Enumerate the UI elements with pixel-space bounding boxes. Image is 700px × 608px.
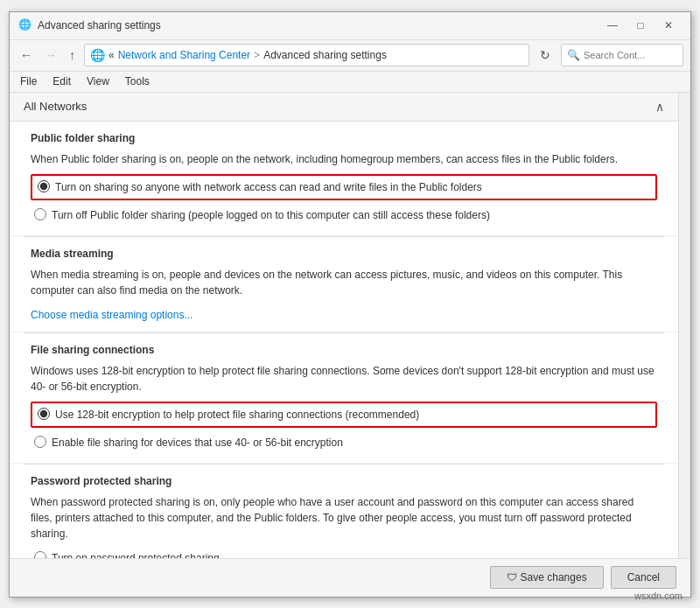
footer-bar: 🛡 Save changes Cancel: [10, 558, 690, 597]
file-sharing-title: File sharing connections: [31, 344, 657, 356]
menu-view[interactable]: View: [83, 74, 113, 88]
back-button[interactable]: ←: [17, 46, 36, 64]
minimize-button[interactable]: —: [599, 17, 626, 34]
all-networks-header: All Networks ∧: [10, 93, 678, 122]
title-controls: — □ ✕: [599, 17, 682, 34]
encrypt-4056-label: Enable file sharing for devices that use…: [52, 435, 343, 451]
title-bar-left: 🌐 Advanced sharing settings: [18, 18, 161, 32]
address-icon: 🌐: [90, 48, 105, 62]
cancel-button[interactable]: Cancel: [611, 566, 676, 589]
menu-bar: File Edit View Tools: [10, 72, 690, 93]
password-sharing-title: Password protected sharing: [31, 475, 657, 487]
public-folder-title: Public folder sharing: [31, 132, 657, 144]
password-on-label: Turn on password protected sharing: [52, 550, 220, 558]
forward-button[interactable]: →: [41, 46, 60, 64]
watermark: wsxdn.com: [634, 591, 682, 601]
public-off-option: Turn off Public folder sharing (people l…: [31, 206, 657, 225]
public-folder-desc: When Public folder sharing is on, people…: [31, 151, 657, 167]
search-input[interactable]: [584, 50, 677, 60]
address-part-2: Advanced sharing settings: [263, 49, 387, 61]
password-on-radio[interactable]: [34, 551, 46, 558]
encrypt-128-option: Use 128-bit encryption to help protect f…: [31, 402, 657, 428]
encrypt-4056-radio[interactable]: [34, 436, 46, 448]
save-label: Save changes: [521, 571, 587, 584]
menu-file[interactable]: File: [17, 74, 40, 88]
file-sharing-desc: Windows uses 128-bit encryption to help …: [31, 363, 657, 395]
public-on-radio[interactable]: [38, 180, 50, 192]
all-networks-title: All Networks: [24, 100, 655, 113]
media-streaming-title: Media streaming: [31, 248, 657, 260]
search-bar[interactable]: 🔍: [561, 44, 683, 66]
close-button[interactable]: ✕: [655, 17, 682, 34]
password-sharing-group: Password protected sharing When password…: [10, 465, 678, 558]
nav-bar: ← → ↑ 🌐 « Network and Sharing Center > A…: [10, 40, 690, 72]
media-streaming-group: Media streaming When media streaming is …: [10, 237, 678, 332]
content-area: All Networks ∧ Public folder sharing Whe…: [10, 93, 690, 558]
public-on-label: Turn on sharing so anyone with network a…: [55, 179, 482, 195]
search-icon: 🔍: [567, 49, 580, 61]
menu-edit[interactable]: Edit: [49, 74, 74, 88]
save-button[interactable]: 🛡 Save changes: [490, 566, 604, 589]
media-streaming-link[interactable]: Choose media streaming options...: [31, 309, 192, 321]
file-sharing-group: File sharing connections Windows uses 12…: [10, 333, 678, 464]
breadcrumb-separator: >: [254, 49, 260, 61]
password-sharing-desc: When password protected sharing is on, o…: [31, 494, 657, 542]
password-on-option: Turn on password protected sharing: [31, 549, 657, 558]
encrypt-4056-option: Enable file sharing for devices that use…: [31, 433, 657, 452]
address-separator: «: [108, 49, 115, 61]
window-icon: 🌐: [18, 18, 32, 32]
encrypt-128-label: Use 128-bit encryption to help protect f…: [55, 407, 419, 423]
main-window: 🌐 Advanced sharing settings — □ ✕ ← → ↑ …: [9, 11, 691, 598]
media-streaming-desc: When media streaming is on, people and d…: [31, 267, 657, 298]
window-title: Advanced sharing settings: [38, 19, 161, 31]
shield-icon: 🛡: [507, 571, 517, 584]
title-bar: 🌐 Advanced sharing settings — □ ✕: [10, 12, 690, 40]
all-networks-chevron[interactable]: ∧: [655, 100, 664, 114]
address-part-1: Network and Sharing Center: [118, 49, 250, 61]
scrollbar[interactable]: [678, 93, 690, 558]
public-on-option: Turn on sharing so anyone with network a…: [31, 174, 657, 200]
public-off-radio[interactable]: [34, 208, 46, 220]
maximize-button[interactable]: □: [627, 17, 654, 34]
main-content: All Networks ∧ Public folder sharing Whe…: [10, 93, 678, 558]
public-folder-sharing-group: Public folder sharing When Public folder…: [10, 122, 678, 236]
up-button[interactable]: ↑: [66, 46, 79, 64]
encrypt-128-radio[interactable]: [38, 408, 50, 420]
address-bar[interactable]: 🌐 « Network and Sharing Center > Advance…: [84, 44, 529, 66]
refresh-button[interactable]: ↻: [535, 46, 556, 64]
menu-tools[interactable]: Tools: [122, 74, 153, 88]
public-off-label: Turn off Public folder sharing (people l…: [52, 207, 490, 223]
